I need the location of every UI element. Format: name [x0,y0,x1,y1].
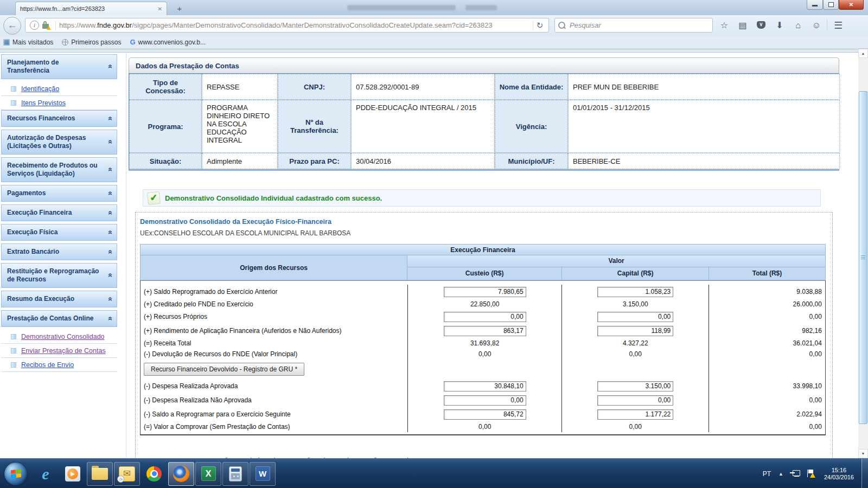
sidebar-link-enviar-prestacao-de-contas[interactable]: Enviar Prestação de Contas [21,347,106,355]
fin-custeio-input[interactable] [444,312,526,322]
close-button[interactable]: ✕ [839,0,864,10]
sidebar-item-extrato-bancario[interactable]: Extrato Bancário« [1,243,117,260]
search-bar[interactable] [554,18,713,33]
fin-row-label: (=) Receita Total [141,339,407,347]
reading-list-icon[interactable]: ▤ [736,20,750,31]
scrollbar-thumb[interactable] [859,91,867,424]
taskbar-chrome-icon[interactable] [141,462,167,486]
fin-capital-cell [561,285,709,299]
bullet-icon [11,100,16,106]
fin-custeio-input[interactable] [444,395,526,406]
bookmark-convenios[interactable]: G www.convenios.gov.b... [130,38,206,46]
reload-icon[interactable]: ↻ [533,21,546,30]
start-button[interactable] [4,463,27,485]
sidebar-item-execucao-fisica[interactable]: Execução Física« [1,224,117,241]
taskbar-internet-explorer-icon[interactable]: e [33,462,59,486]
fin-capital-input[interactable] [597,287,673,297]
hello-smiley-icon[interactable]: ☺ [809,20,824,31]
sidebar-item-restituicao-e-reprogramacao-de-recursos[interactable]: Restituição e Reprogramação de Recursos« [1,263,117,288]
sidebar-item-planejamento-de-transferencia[interactable]: Planejamento de Transferência« [1,54,117,79]
sidebar-item-recursos-financeiros[interactable]: Recursos Financeiros« [1,110,117,127]
taskbar-outlook-icon[interactable]: ✉◷ [114,462,140,486]
sidebar-subitem-recibos-de-envio[interactable]: Recibos de Envio [1,358,117,372]
collapse-chevron-icon[interactable]: « [107,249,115,254]
fin-custeio-input[interactable] [444,326,526,336]
sidebar-subitem-itens-previstos[interactable]: Itens Previstos [1,96,117,110]
tray-clock[interactable]: 15:16 24/03/2016 [824,467,854,481]
taskbar-calculator-icon[interactable] [222,462,248,486]
collapse-chevron-icon[interactable]: « [107,191,115,195]
menu-hamburger-icon[interactable]: ☰ [831,20,845,31]
sidebar-link-itens-previstos[interactable]: Itens Previstos [21,99,66,107]
taskbar-file-explorer-icon[interactable] [87,462,113,486]
field-label-nome-da-entidade: Nome da Entidade: [495,74,568,100]
taskbar-media-player-icon[interactable]: ▶ [60,462,86,486]
sidebar-subitem-enviar-prestacao-de-contas[interactable]: Enviar Prestação de Contas [1,344,117,358]
taskbar-firefox-icon[interactable] [168,462,194,486]
fin-custeio-cell: 0,00 [407,349,561,359]
fin-capital-input[interactable] [597,326,673,336]
new-tab-button[interactable]: + [173,3,187,14]
collapse-chevron-icon[interactable]: « [107,140,115,144]
sidebar-item-prestacao-de-contas-online[interactable]: Prestação de Contas Online« [1,310,117,327]
taskbar-excel-icon[interactable]: X [195,462,221,486]
collapse-chevron-icon[interactable]: « [107,116,115,120]
home-icon[interactable]: ⌂ [791,20,805,31]
fin-capital-input[interactable] [597,381,673,391]
fin-capital-input[interactable] [597,395,673,406]
collapse-chevron-icon[interactable]: « [107,230,115,234]
browser-tab[interactable]: https://www.fn...am?cid=263823 ✕ [15,2,167,15]
restore-button[interactable] [823,0,839,10]
show-desktop-button[interactable] [861,459,868,488]
sidebar-link-demonstrativo-consolidado[interactable]: Demonstrativo Consolidado [21,333,105,341]
mixed-content-lock-icon[interactable] [42,24,49,29]
sidebar-item-execucao-financeira[interactable]: Execução Financeira« [1,204,117,221]
collapse-chevron-icon[interactable]: « [107,65,115,69]
sidebar-link-recibos-de-envio[interactable]: Recibos de Envio [21,361,74,369]
page-viewport: Planejamento de Transferência«Identifica… [0,49,868,458]
downloads-icon[interactable]: ⬇ [773,20,787,31]
pocket-icon[interactable]: ∨ [754,20,768,31]
bookmark-star-icon[interactable]: ☆ [717,20,731,31]
field-value-situacao: Adimplente [202,153,278,169]
bookmark-mais-visitados[interactable]: Mais visitados [3,38,53,46]
fin-custeio-input[interactable] [444,381,526,391]
collapse-chevron-icon[interactable]: « [107,273,115,278]
collapse-chevron-icon[interactable]: « [107,168,115,172]
bookmark-primeiros-passos[interactable]: Primeiros passos [62,38,121,46]
sidebar-subitem-demonstrativo-consolidado[interactable]: Demonstrativo Consolidado [1,330,117,344]
sidebar-link-identificacao[interactable]: Identificação [21,85,59,93]
language-indicator[interactable]: PT [763,470,771,478]
scroll-up-icon[interactable]: ▲ [858,49,868,58]
sidebar-item-resumo-da-execucao[interactable]: Resumo da Execução« [1,291,117,307]
sidebar-item-label: Prestação de Contas Online [7,314,93,322]
collapse-chevron-icon[interactable]: « [107,316,115,320]
back-button[interactable]: ← [3,17,21,35]
fin-custeio-input[interactable] [444,287,526,297]
tray-expand-icon[interactable]: ▲ [778,471,783,477]
sidebar-subitem-identificacao[interactable]: Identificação [1,82,117,96]
page-info-icon[interactable]: i [30,21,39,30]
sidebar-item-autorizacao-de-despesas-licitacoes-e-outras[interactable]: Autorização de Despesas (Licitações e Ou… [1,130,117,155]
bullet-icon [11,86,16,92]
collapse-chevron-icon[interactable]: « [107,210,115,215]
gru-register-button[interactable]: Recurso Financeiro Devolvido - Registro … [144,363,304,376]
search-input[interactable] [569,21,709,30]
action-center-flag-icon[interactable] [807,470,815,478]
empty-cell [407,359,561,379]
tab-close-icon[interactable]: ✕ [158,6,162,12]
ie-e-glyph: e [42,465,49,483]
fin-custeio-input[interactable] [444,409,526,420]
fin-capital-input[interactable] [597,312,673,322]
sidebar-item-recebimento-de-produtos-ou-servicos-liquidacao[interactable]: Recebimento de Produtos ou Serviços (Liq… [1,157,117,182]
taskbar-word-icon[interactable]: W [250,462,276,486]
browser-scrollbar[interactable]: ▲ ▼ [858,49,868,458]
fin-capital-input[interactable] [597,409,673,420]
scroll-down-icon[interactable]: ▼ [858,449,868,458]
network-icon[interactable] [791,470,800,478]
collapse-chevron-icon[interactable]: « [107,297,115,301]
sidebar-item-pagamentos[interactable]: Pagamentos« [1,185,117,202]
minimize-button[interactable]: ▬ [807,0,823,10]
url-bar[interactable]: i https://www.fnde.gov.br/sigpc/pages/Ma… [25,18,549,33]
fin-row-despesa-realizada-nao-aprovada: (-) Despesa Realizada Não Aprovada0,00 [141,393,825,407]
